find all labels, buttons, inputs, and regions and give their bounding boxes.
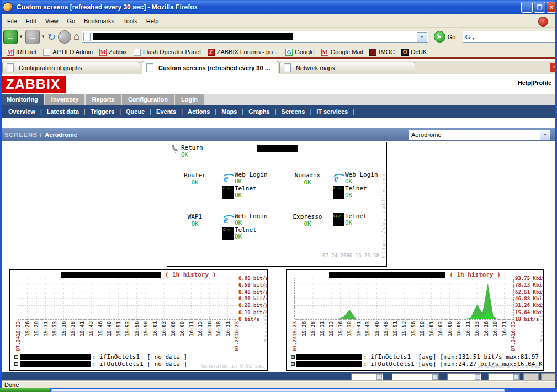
menu-item-edit[interactable]: Edit: [22, 17, 40, 25]
bookmark-label: Google: [295, 49, 314, 55]
tab-login[interactable]: Login: [175, 94, 204, 105]
page-icon: [134, 49, 141, 56]
map-host-nomadix: NomadixOK: [284, 172, 331, 186]
tab-monitoring[interactable]: Monitoring: [1, 94, 44, 105]
forward-button[interactable]: →: [25, 30, 40, 44]
map-link-telnet[interactable]: C:\>TelnetOK: [222, 186, 268, 199]
graph-panel-left: ( 1h history )0.60 bit/s0.50 bit/s0.40 b…: [9, 269, 268, 371]
bookmark-zabbix-forums-po-[interactable]: ZZABBIX Forums - po…: [205, 48, 281, 56]
legend-swatch: [14, 362, 18, 366]
bookmark-google-mail[interactable]: MGoogle Mail: [319, 48, 365, 56]
map-host-status: OK: [172, 220, 218, 227]
bookmark-imoc[interactable]: IMOC: [367, 48, 397, 56]
search-engine-dropdown-icon[interactable]: ▼: [471, 36, 475, 40]
svg-text:e: e: [224, 214, 229, 225]
subnav-item-screens[interactable]: Screens: [277, 108, 310, 115]
bookmark-aptilo-admin[interactable]: APTILO Admin: [41, 48, 95, 56]
subnav-item-overview[interactable]: Overview: [3, 108, 40, 115]
status-bar: Done: [0, 381, 557, 388]
reload-button[interactable]: ↻: [47, 31, 56, 43]
taskbar-window-button[interactable]: [51, 389, 505, 392]
map-link-telnet[interactable]: C:\>TelnetOK: [222, 227, 268, 240]
browser-tab-2[interactable]: Custom screens [refreshed every 30 …: [142, 61, 278, 74]
tab-page-icon: [284, 63, 291, 72]
screen-select[interactable]: Aerodrome ▼: [409, 130, 550, 140]
minimize-button[interactable]: _: [521, 2, 533, 13]
chevron-down-icon: [475, 374, 480, 380]
y-axis-label: 0 bit/s: [238, 316, 259, 322]
x-axis-tick: 15:36: [61, 321, 67, 336]
return-link[interactable]: Return OK: [171, 144, 203, 158]
subnav-item-events[interactable]: Events: [151, 108, 181, 115]
zabbix-logo[interactable]: ZABBIX: [0, 76, 66, 93]
x-axis-tick: 15:38: [347, 321, 352, 336]
restore-button[interactable]: ❐: [534, 2, 545, 13]
browser-tab-1[interactable]: Configuration of graphs: [2, 62, 140, 73]
cutoff-select[interactable]: [351, 373, 383, 381]
subnav-item-graphs[interactable]: Graphs: [243, 108, 275, 115]
bookmark-zabbix[interactable]: MZabbix: [97, 48, 129, 56]
x-axis-tick: 16:16: [484, 321, 489, 336]
address-bar[interactable]: ▼: [82, 31, 428, 43]
x-axis-tick: 15:53: [401, 321, 407, 336]
browser-tab-3[interactable]: Network maps: [279, 62, 415, 73]
start-button[interactable]: [0, 388, 50, 392]
menu-item-file[interactable]: File: [3, 17, 21, 25]
x-axis-tick: 15:23: [15, 321, 21, 336]
menu-item-tools[interactable]: Tools: [119, 17, 141, 25]
home-button[interactable]: ⌂: [73, 31, 79, 43]
map-link-telnet[interactable]: C:\>TelnetOK: [333, 213, 367, 226]
subnav-item-maps[interactable]: Maps: [216, 108, 242, 115]
map-host-status: OK: [172, 179, 218, 186]
tab-reports[interactable]: Reports: [86, 94, 121, 105]
bookmark-ocuk[interactable]: OOcUK: [399, 48, 429, 56]
menu-item-view[interactable]: View: [41, 17, 62, 25]
x-axis-date: 07.24: [511, 336, 516, 351]
menu-item-bookmarks[interactable]: Bookmarks: [80, 17, 118, 25]
bookmark-flash-operator-panel[interactable]: Flash Operator Panel: [131, 48, 203, 56]
go-label[interactable]: Go: [448, 34, 456, 40]
go-icon[interactable]: ▶: [434, 31, 445, 43]
subnav-item-triggers[interactable]: Triggers: [86, 108, 119, 115]
map-timestamp: 07.24.2006 16:23:58: [322, 253, 379, 258]
x-axis-tick: 16:16: [207, 321, 213, 336]
bookmark-google[interactable]: GGoogle: [283, 48, 316, 56]
subnav-item-queue[interactable]: Queue: [121, 108, 150, 115]
legend-row: : ifOutOctets1 [ no data ]: [14, 361, 187, 368]
help-link[interactable]: Help: [518, 80, 531, 86]
tab-inventory[interactable]: Inventory: [45, 94, 85, 105]
cutoff-select[interactable]: [447, 373, 481, 381]
subnav-item-actions[interactable]: Actions: [183, 108, 215, 115]
x-axis-tick: 15:28: [34, 321, 39, 336]
map-link-web-login[interactable]: eWeb LoginOK: [333, 172, 378, 185]
address-dropdown-icon[interactable]: ▼: [417, 32, 427, 43]
subnav-item-latest-data[interactable]: Latest data: [42, 108, 84, 115]
legend-text: : ifInOctets1 [ no data ]: [92, 353, 187, 361]
map-link-web-login[interactable]: eWeb LoginOK: [222, 172, 268, 185]
menu-item-help[interactable]: Help: [142, 17, 163, 25]
legend-row: : ifInOctets1 [avg] [min:131.51 bit/s ma…: [291, 353, 544, 361]
profile-link[interactable]: Profile: [533, 80, 551, 86]
subnav-item-it-services[interactable]: IT services: [311, 108, 353, 115]
menu-item-go[interactable]: Go: [63, 17, 79, 25]
map-link-telnet[interactable]: C:\>TelnetOK: [333, 186, 378, 199]
forward-dropdown-icon[interactable]: ▼: [41, 34, 45, 39]
chevron-down-icon[interactable]: ▼: [540, 130, 550, 140]
google-search-icon[interactable]: G: [465, 33, 471, 41]
cutoff-select[interactable]: [488, 373, 520, 381]
back-dropdown-icon[interactable]: ▼: [19, 34, 23, 39]
map-host-label: Nomadix: [284, 172, 331, 179]
map-link-web-login[interactable]: eWeb LoginOK: [222, 213, 268, 226]
search-input[interactable]: G ▼: [463, 31, 557, 43]
cutoff-select[interactable]: [392, 373, 439, 381]
x-axis-tick: 15:56: [134, 321, 140, 336]
redacted-url: [93, 33, 293, 40]
update-notification-icon[interactable]: ↑: [538, 17, 548, 27]
cutoff-button[interactable]: [541, 373, 555, 381]
bookmark-irh-net[interactable]: MIRH.net: [4, 48, 39, 56]
cutoff-button[interactable]: [523, 373, 539, 381]
tab-configuration[interactable]: Configuration: [122, 94, 174, 105]
stop-button[interactable]: ×: [58, 30, 71, 44]
back-button[interactable]: ←: [3, 30, 18, 44]
return-label[interactable]: Return: [181, 144, 203, 151]
